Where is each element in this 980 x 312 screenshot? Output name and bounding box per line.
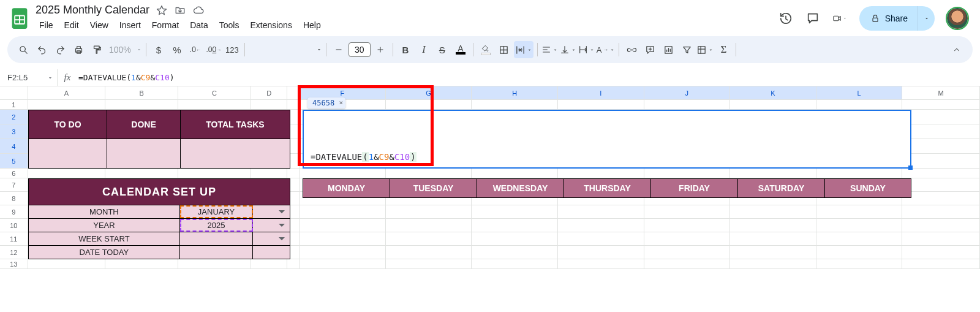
menu-file[interactable]: File — [34, 18, 58, 32]
percent-button[interactable]: % — [168, 41, 186, 58]
setup-year-label[interactable]: YEAR — [29, 219, 180, 232]
link-button[interactable] — [623, 41, 640, 58]
menu-help[interactable]: Help — [298, 18, 326, 32]
row-header-7[interactable]: 7 — [0, 178, 28, 192]
filter-button[interactable] — [678, 41, 695, 58]
row-header-6[interactable]: 6 — [0, 169, 28, 178]
day-sun[interactable]: SUNDAY — [824, 178, 911, 198]
font-size-decrease[interactable] — [330, 41, 347, 58]
text-color-button[interactable]: A — [452, 41, 469, 58]
cell-todo-value[interactable] — [28, 139, 107, 169]
italic-button[interactable]: I — [415, 41, 432, 58]
undo-icon[interactable] — [33, 41, 50, 58]
sheets-logo[interactable] — [7, 6, 32, 31]
fill-handle[interactable] — [908, 166, 913, 170]
cell-total-value[interactable] — [180, 139, 290, 169]
cloud-icon[interactable] — [192, 4, 205, 17]
h-align-button[interactable] — [541, 41, 559, 58]
setup-datetoday-blank[interactable] — [253, 246, 290, 259]
increase-decimal-icon[interactable]: .00→ — [205, 41, 222, 58]
borders-button[interactable] — [496, 41, 513, 58]
setup-weekstart-dropdown[interactable] — [253, 232, 290, 245]
setup-month-dropdown[interactable] — [253, 205, 290, 218]
doc-title[interactable]: 2025 Monthly Calendar — [36, 4, 149, 17]
star-icon[interactable] — [156, 4, 168, 17]
row-header-8[interactable]: 8 — [0, 192, 28, 205]
col-header-M[interactable]: M — [902, 86, 980, 99]
setup-datetoday-value[interactable] — [180, 246, 253, 259]
setup-datetoday-label[interactable]: DATE TODAY — [29, 246, 180, 259]
setup-month-value[interactable]: JANUARY — [180, 205, 253, 218]
col-header-C[interactable]: C — [178, 86, 251, 99]
col-header-K[interactable]: K — [730, 86, 816, 99]
menu-view[interactable]: View — [85, 18, 113, 32]
cell-total-header[interactable]: TOTAL TASKS — [180, 110, 290, 139]
menu-insert[interactable]: Insert — [115, 18, 146, 32]
col-header-G[interactable]: G — [386, 86, 472, 99]
search-icon[interactable] — [15, 41, 32, 58]
share-button[interactable]: Share — [859, 6, 918, 31]
day-sat[interactable]: SATURDAY — [737, 178, 824, 198]
day-thu[interactable]: THURSDAY — [564, 178, 650, 198]
currency-button[interactable]: $ — [150, 41, 167, 58]
col-header-J[interactable]: J — [644, 86, 731, 99]
v-align-button[interactable] — [560, 41, 577, 58]
name-box[interactable]: F2:L5 — [1, 69, 58, 86]
insert-chart-button[interactable] — [660, 41, 677, 58]
row-header-13[interactable]: 13 — [0, 259, 28, 269]
fill-color-button[interactable] — [477, 41, 494, 58]
setup-year-value[interactable]: 2025 — [180, 219, 253, 232]
row-header-2[interactable]: 2 — [0, 110, 28, 124]
col-header-B[interactable]: B — [105, 86, 178, 99]
col-header-H[interactable]: H — [472, 86, 558, 99]
cell-done-value[interactable] — [107, 139, 180, 169]
insert-comment-button[interactable] — [641, 41, 658, 58]
font-size-increase[interactable] — [372, 41, 389, 58]
strike-button[interactable]: S — [434, 41, 451, 58]
setup-month-label[interactable]: MONTH — [29, 205, 180, 218]
calendar-setup-title[interactable]: CALENDAR SET UP — [28, 178, 290, 205]
col-header-D[interactable]: D — [251, 86, 287, 99]
decrease-decimal-icon[interactable]: .0← — [187, 41, 204, 58]
active-cell-edit[interactable]: 45658 × =DATEVALUE(1&C9&C10) — [303, 110, 911, 169]
row-header-10[interactable]: 10 — [0, 219, 28, 232]
col-header-A[interactable]: A — [28, 86, 106, 99]
menu-extensions[interactable]: Extensions — [245, 18, 296, 32]
meet-icon[interactable] — [832, 11, 847, 26]
row-header-11[interactable]: 11 — [0, 232, 28, 246]
wrap-button[interactable] — [578, 41, 595, 58]
setup-weekstart-value[interactable] — [180, 232, 253, 245]
close-icon[interactable]: × — [339, 99, 344, 107]
number-format-button[interactable]: 123 — [224, 41, 241, 58]
setup-weekstart-label[interactable]: WEEK START — [29, 232, 180, 245]
comment-icon[interactable] — [805, 11, 820, 26]
day-tue[interactable]: TUESDAY — [390, 178, 477, 198]
font-size-input[interactable] — [349, 42, 371, 57]
col-header-L[interactable]: L — [816, 86, 903, 99]
move-icon[interactable] — [174, 4, 186, 17]
history-icon[interactable] — [778, 11, 793, 26]
formula-bar[interactable]: =DATEVALUE(1&C9&C10) — [77, 73, 980, 82]
col-header-E[interactable]: E — [287, 86, 300, 99]
col-header-I[interactable]: I — [558, 86, 644, 99]
setup-year-dropdown[interactable] — [253, 219, 290, 232]
zoom-select[interactable]: 100% — [107, 41, 142, 58]
account-avatar[interactable] — [947, 8, 968, 29]
row-header-4[interactable]: 4 — [0, 139, 28, 154]
row-header-9[interactable]: 9 — [0, 205, 28, 219]
menu-data[interactable]: Data — [185, 18, 213, 32]
redo-icon[interactable] — [51, 41, 69, 58]
merge-button[interactable] — [514, 41, 533, 58]
day-fri[interactable]: FRIDAY — [650, 178, 737, 198]
day-wed[interactable]: WEDNESDAY — [477, 178, 564, 198]
font-select[interactable] — [249, 41, 322, 58]
menu-tools[interactable]: Tools — [214, 18, 244, 32]
row-header-3[interactable]: 3 — [0, 124, 28, 139]
select-all-corner[interactable] — [0, 86, 28, 99]
bold-button[interactable]: B — [397, 41, 414, 58]
functions-button[interactable]: Σ — [715, 41, 732, 58]
menu-format[interactable]: Format — [147, 18, 184, 32]
row-header-12[interactable]: 12 — [0, 246, 28, 259]
paint-format-icon[interactable] — [88, 41, 105, 58]
row-header-1[interactable]: 1 — [0, 100, 28, 110]
